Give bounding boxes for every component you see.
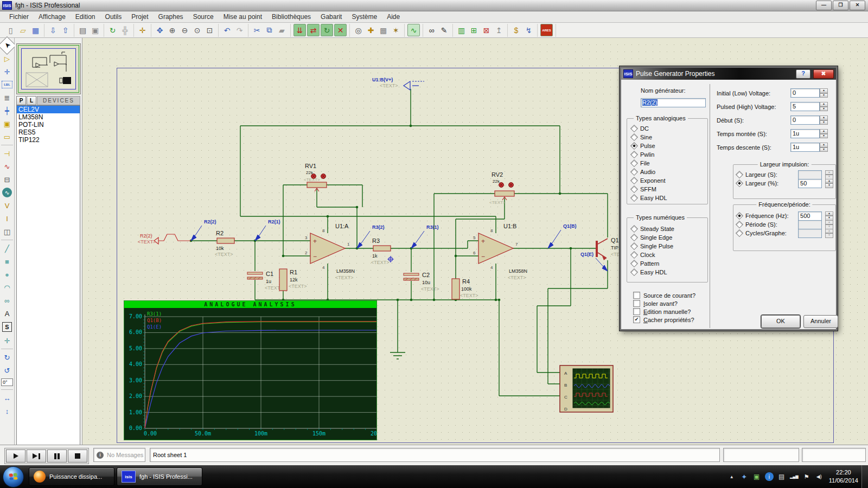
decompose-button[interactable]: ✶ [390,24,401,36]
block-delete-button[interactable]: ✕ [334,24,347,36]
goto-sheet-button[interactable]: ↥ [493,24,505,36]
resistor-r1[interactable]: R1 12k <TEXT> [279,269,307,291]
radio-sine[interactable]: Sine [631,133,667,142]
zoom-out-button[interactable]: ⊖ [179,24,190,36]
step-button[interactable] [27,450,46,463]
radio-dc[interactable]: DC [631,124,667,133]
radio-largeur-s-[interactable]: Largeur (S):▲▼ [737,170,833,179]
menu-système[interactable]: Système [347,12,382,22]
device-item-tip122[interactable]: TIP122 [17,136,80,144]
oscilloscope[interactable]: A B C D [560,365,613,412]
field-initial-low-voltage-[interactable]: Initial (Low) Voltage:0▲▼ [717,86,834,100]
origin-button[interactable]: ✛ [137,24,148,36]
radio-steady-state[interactable]: Steady State [631,224,674,233]
dialog-title-bar[interactable]: ISIS Pulse Generator Properties ? ✖ [621,68,836,80]
minimize-button[interactable]: — [816,1,832,10]
radio-single-edge[interactable]: Single Edge [631,233,674,242]
potentiometer-rv1[interactable]: RV1 22k <TEXT> [304,163,327,191]
checkbox-source-de-courant-[interactable]: Source de courant? [633,291,695,299]
text-script-mode-button[interactable]: ≣ [1,91,14,104]
zoom-all-button[interactable]: ⊙ [192,24,203,36]
make-device-button[interactable]: ✚ [365,24,376,36]
stop-button[interactable] [68,450,87,463]
menu-gabarit[interactable]: Gabarit [316,12,347,22]
device-list[interactable]: CEL2VLM358NPOT-LINRES5TIP122 [16,105,80,450]
menu-affichage[interactable]: Affichage [34,12,71,22]
device-item-cel2v[interactable]: CEL2V [17,106,80,113]
cancel-button[interactable]: Annuler [803,315,838,328]
path-2d-button[interactable]: ∞ [1,294,14,307]
print-button[interactable]: ▤ [77,24,88,36]
mirror-vertical-button[interactable]: ↕ [1,404,14,418]
rotation-angle-field[interactable]: 0° [1,378,13,386]
export-section-button[interactable]: ⇧ [60,24,71,36]
electrical-rules-check-button[interactable]: ↯ [523,24,534,36]
save-file-button[interactable]: ▦ [30,24,41,36]
redraw-button[interactable]: ↻ [107,24,118,36]
junction-dot-mode-button[interactable]: ✛ [1,65,14,78]
radio-single-pulse[interactable]: Single Pulse [631,242,674,251]
box-2d-button[interactable]: ■ [1,255,14,268]
symbol-2d-button[interactable]: S [2,322,12,332]
resistor-r2[interactable]: R2 10k <TEXT> [215,230,234,257]
wire-autorouter-button[interactable]: ∿ [407,24,420,36]
checkbox-isoler-avant-[interactable]: Isoler avant? [633,299,695,307]
copy-button[interactable]: ⧉ [264,24,275,36]
field-pulsed-high-voltage-[interactable]: Pulsed (High) Voltage:5▲▼ [717,100,834,113]
signal-strength-icon[interactable]: ▂▄▆ [790,472,799,481]
clipboard-tray-icon[interactable]: ▤ [777,472,786,481]
rotate-anticlockwise-button[interactable]: ↺ [1,364,14,377]
field-d-but-s-[interactable]: Début (S):0▲▼ [717,113,834,127]
block-rotate-button[interactable]: ↻ [321,24,333,36]
terminal-mode-button[interactable]: ▭ [1,130,14,143]
new-file-button[interactable]: ▯ [5,24,16,36]
potentiometer-rv2[interactable]: RV2 22k <TEXT> [489,171,514,205]
virtual-instruments-mode-button[interactable]: ◫ [1,225,14,238]
marker-2d-button[interactable]: ✛ [1,334,14,347]
graph-mode-button[interactable]: ∿ [1,160,14,173]
remove-sheet-button[interactable]: ⊠ [481,24,492,36]
mark-print-area-button[interactable]: ▣ [90,24,101,36]
radio-sffm[interactable]: SFFM [631,185,667,194]
checkbox-cacher-propri-t-s-[interactable]: ✔Cacher propriétés? [633,316,695,324]
pause-button[interactable] [47,450,67,463]
property-assignment-button[interactable]: ✎ [438,24,450,36]
device-item-res5[interactable]: RES5 [17,129,80,136]
radio-file[interactable]: File [631,159,667,168]
radio-cycles-graphe-[interactable]: Cycles/Graphe:▲▼ [737,229,833,237]
show-desktop-button[interactable] [861,465,868,488]
tape-recorder-mode-button[interactable]: ⊟ [1,173,14,186]
radio-pulse[interactable]: Pulse [631,142,667,150]
search-and-tag-button[interactable]: ∞ [426,24,437,36]
language-flag-icon[interactable]: ⚑ [802,472,811,481]
volume-icon[interactable]: ◀) [815,472,824,481]
opamp-u1b[interactable]: + − 5 6 7 8 4 U1:B LM358N <TEXT> [473,223,527,280]
field-temps-mont-e-s-[interactable]: Temps montée (S):1u▲▼ [717,127,834,140]
resistor-r3[interactable]: R3 1k <TEXT> [371,237,391,265]
menu-source[interactable]: Source [188,12,219,22]
zoom-in-button[interactable]: ⊕ [167,24,178,36]
menu-fichier[interactable]: Fichier [4,12,34,22]
open-folder-button[interactable]: ▱ [17,24,29,36]
voltage-probe-mode-button[interactable]: V [1,199,14,212]
voltage-probes[interactable]: R2(2) R2(1) R3(2) R3(1) Q1(B) Q1(E) [191,219,608,271]
pan-button[interactable]: ✥ [154,24,165,36]
block-copy-button[interactable]: ⇊ [293,24,306,36]
analogue-analysis-graph[interactable]: ANALOGUE ANALYSIS 0.001.002.003.004.005.… [124,300,377,440]
taskbar-task-isis[interactable]: isisfgh - ISIS Professi... [117,467,202,486]
design-explorer-button[interactable]: ▥ [456,24,467,36]
restore-button[interactable]: ❐ [833,1,848,10]
dialog-close-button[interactable]: ✖ [813,69,834,79]
packaging-tool-button[interactable]: ▩ [378,24,389,36]
block-move-button[interactable]: ⇄ [307,24,320,36]
menu-edition[interactable]: Edition [71,12,100,22]
redo-button[interactable]: ↷ [234,24,245,36]
pick-devices-button[interactable]: P [16,96,26,105]
radio-easy-hdl[interactable]: Easy HDL [631,194,667,202]
zoom-area-button[interactable]: ⊡ [204,24,215,36]
arc-2d-button[interactable]: ◠ [1,281,14,294]
line-2d-button[interactable]: ╱ [1,242,14,255]
resistor-r4[interactable]: R4 100k <TEXT> [452,278,478,299]
radio-pwlin[interactable]: Pwlin [631,150,667,159]
menu-projet[interactable]: Projet [126,12,153,22]
